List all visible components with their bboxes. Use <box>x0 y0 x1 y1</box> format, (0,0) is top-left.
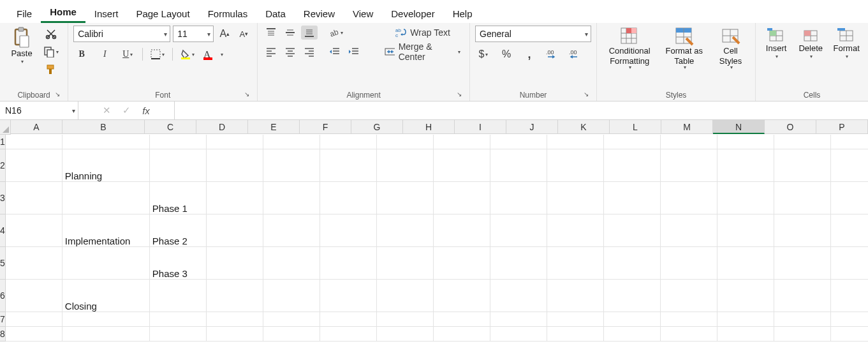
col-header-L[interactable]: L <box>610 120 661 134</box>
borders-button[interactable]: ▾ <box>149 47 166 61</box>
cell-M8[interactable] <box>717 327 774 342</box>
cell-K5[interactable] <box>604 247 661 280</box>
cell-A6[interactable] <box>6 280 63 312</box>
wrap-text-button[interactable]: abc Wrap Text <box>381 26 464 40</box>
align-top-button[interactable] <box>263 26 279 40</box>
row-header-2[interactable]: 2 <box>0 149 6 182</box>
row-header-6[interactable]: 6 <box>0 280 6 312</box>
cell-F4[interactable] <box>320 214 377 247</box>
row-header-8[interactable]: 8 <box>0 327 6 342</box>
cell-D7[interactable] <box>207 312 263 327</box>
row-header-3[interactable]: 3 <box>0 182 6 214</box>
align-center-button[interactable] <box>282 45 298 59</box>
cell-E8[interactable] <box>263 327 320 342</box>
cell-E5[interactable] <box>263 247 320 280</box>
insert-cells-button[interactable]: Insert ▾ <box>761 26 791 61</box>
merge-center-button[interactable]: Merge & Center ▾ <box>381 45 464 59</box>
dialog-launcher-icon[interactable]: ↘ <box>243 91 251 98</box>
cell-O7[interactable] <box>831 312 868 327</box>
cell-D3[interactable] <box>207 182 263 214</box>
tab-page-layout[interactable]: Page Layout <box>127 4 198 23</box>
cell-C3[interactable]: Phase 1 <box>150 182 207 214</box>
cell-N2[interactable] <box>774 149 831 182</box>
cell-styles-button[interactable]: Cell Styles ▾ <box>711 26 750 72</box>
row-header-1[interactable]: 1 <box>0 135 6 149</box>
align-bottom-button[interactable] <box>301 26 318 40</box>
cell-K8[interactable] <box>604 327 661 342</box>
cell-F7[interactable] <box>320 312 377 327</box>
cell-I7[interactable] <box>490 312 547 327</box>
cell-L4[interactable] <box>661 214 717 247</box>
col-header-B[interactable]: B <box>63 120 145 134</box>
cell-F5[interactable] <box>320 247 377 280</box>
cell-G6[interactable] <box>377 280 434 312</box>
cell-I3[interactable] <box>490 182 547 214</box>
cell-L8[interactable] <box>661 327 717 342</box>
cell-M5[interactable] <box>717 247 774 280</box>
tab-insert[interactable]: Insert <box>85 4 128 23</box>
format-painter-button[interactable] <box>42 63 60 77</box>
cell-H7[interactable] <box>434 312 490 327</box>
cell-D8[interactable] <box>207 327 263 342</box>
cell-M2[interactable] <box>717 149 774 182</box>
cell-L3[interactable] <box>661 182 717 214</box>
delete-cells-button[interactable]: Delete ▾ <box>795 26 826 61</box>
formula-input[interactable] <box>175 102 868 119</box>
row-header-5[interactable]: 5 <box>0 247 6 280</box>
cell-F8[interactable] <box>320 327 377 342</box>
cell-L1[interactable] <box>661 135 717 149</box>
cell-A2[interactable] <box>6 149 63 182</box>
col-header-K[interactable]: K <box>558 120 610 134</box>
cell-I5[interactable] <box>490 247 547 280</box>
cell-K3[interactable] <box>604 182 661 214</box>
cell-M4[interactable] <box>717 214 774 247</box>
cell-F6[interactable] <box>320 280 377 312</box>
tab-data[interactable]: Data <box>256 4 295 23</box>
cell-G3[interactable] <box>377 182 434 214</box>
cell-J8[interactable] <box>547 327 604 342</box>
cell-I2[interactable] <box>490 149 547 182</box>
cell-A3[interactable] <box>6 182 63 214</box>
cell-A5[interactable] <box>6 247 63 280</box>
cell-L2[interactable] <box>661 149 717 182</box>
col-header-A[interactable]: A <box>11 120 63 134</box>
cell-L6[interactable] <box>661 280 717 312</box>
cell-G2[interactable] <box>377 149 434 182</box>
number-format-combo[interactable]: General ▾ <box>475 26 591 42</box>
bold-button[interactable]: B <box>73 47 90 61</box>
cell-M6[interactable] <box>717 280 774 312</box>
increase-font-button[interactable]: A▴ <box>216 27 233 41</box>
cell-D4[interactable] <box>207 214 263 247</box>
row-header-4[interactable]: 4 <box>0 214 6 247</box>
increase-indent-button[interactable] <box>346 45 362 59</box>
cell-C7[interactable] <box>150 312 207 327</box>
col-header-C[interactable]: C <box>145 120 196 134</box>
col-header-D[interactable]: D <box>196 120 248 134</box>
cell-L5[interactable] <box>661 247 717 280</box>
cell-H4[interactable] <box>434 214 490 247</box>
comma-format-button[interactable]: , <box>521 47 538 61</box>
cell-G8[interactable] <box>377 327 434 342</box>
cell-G5[interactable] <box>377 247 434 280</box>
cell-B1[interactable] <box>63 135 150 149</box>
col-header-I[interactable]: I <box>455 120 506 134</box>
col-header-J[interactable]: J <box>506 120 558 134</box>
decrease-indent-button[interactable] <box>327 45 343 59</box>
cell-C5[interactable]: Phase 3 <box>150 247 207 280</box>
cell-K7[interactable] <box>604 312 661 327</box>
cell-O2[interactable] <box>831 149 868 182</box>
font-size-combo[interactable]: 11 ▾ <box>173 26 214 42</box>
font-color-button[interactable]: A ▾ <box>202 47 224 61</box>
cell-J7[interactable] <box>547 312 604 327</box>
cell-I1[interactable] <box>490 135 547 149</box>
cell-N8[interactable] <box>774 327 831 342</box>
cell-B2[interactable]: Planning <box>63 149 150 182</box>
tab-review[interactable]: Review <box>295 4 344 23</box>
cell-G4[interactable] <box>377 214 434 247</box>
conditional-formatting-button[interactable]: Conditional Formatting ▾ <box>602 26 657 72</box>
cell-I6[interactable] <box>490 280 547 312</box>
dialog-launcher-icon[interactable]: ↘ <box>54 91 61 98</box>
col-header-H[interactable]: H <box>403 120 455 134</box>
dialog-launcher-icon[interactable]: ↘ <box>455 91 463 98</box>
paste-button[interactable]: Paste ▾ <box>5 26 38 66</box>
